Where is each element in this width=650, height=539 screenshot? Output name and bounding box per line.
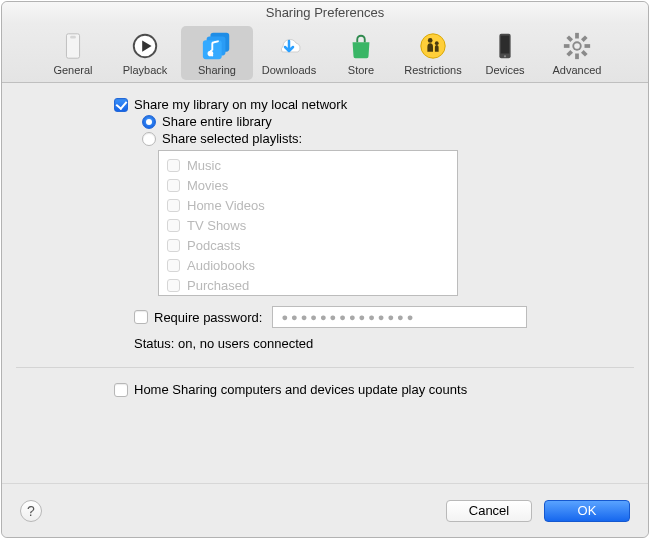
- toolbar-tab-sharing[interactable]: Sharing: [181, 26, 253, 80]
- devices-icon: [489, 30, 521, 62]
- preferences-window: Sharing Preferences General Playback: [1, 1, 649, 538]
- share-library-checkbox[interactable]: [114, 98, 128, 112]
- list-item: Audiobooks: [167, 255, 449, 275]
- update-play-counts-label: Home Sharing computers and devices updat…: [134, 382, 467, 397]
- svg-rect-20: [566, 50, 573, 57]
- svg-rect-16: [575, 54, 579, 60]
- svg-point-9: [428, 38, 433, 43]
- toolbar-tab-general[interactable]: General: [37, 26, 109, 80]
- list-item: Purchased: [167, 275, 449, 295]
- playlist-checkbox: [167, 179, 180, 192]
- store-icon: [345, 30, 377, 62]
- require-password-checkbox[interactable]: [134, 310, 148, 324]
- svg-point-8: [421, 34, 445, 58]
- svg-point-10: [435, 41, 439, 45]
- share-selected-radio[interactable]: [142, 132, 156, 146]
- advanced-icon: [561, 30, 593, 62]
- general-icon: [57, 30, 89, 62]
- toolbar-tab-advanced[interactable]: Advanced: [541, 26, 613, 80]
- svg-point-7: [208, 51, 214, 57]
- content-pane: Share my library on my local network Sha…: [2, 83, 648, 483]
- svg-rect-19: [581, 35, 588, 42]
- playback-icon: [129, 30, 161, 62]
- svg-rect-17: [564, 44, 570, 48]
- playlist-checkbox: [167, 199, 180, 212]
- list-item: Home Videos: [167, 195, 449, 215]
- svg-rect-1: [70, 36, 76, 39]
- share-library-label: Share my library on my local network: [134, 97, 347, 112]
- svg-point-13: [504, 55, 506, 57]
- svg-rect-22: [581, 50, 588, 57]
- toolbar: General Playback Sharing: [2, 24, 648, 83]
- toolbar-tab-restrictions[interactable]: Restrictions: [397, 26, 469, 80]
- cancel-button[interactable]: Cancel: [446, 500, 532, 522]
- svg-rect-12: [501, 36, 509, 54]
- footer: ? Cancel OK: [2, 483, 648, 537]
- list-item: Podcasts: [167, 235, 449, 255]
- playlist-checkbox: [167, 279, 180, 292]
- window-title: Sharing Preferences: [2, 2, 648, 24]
- playlist-checkbox: [167, 159, 180, 172]
- svg-point-23: [574, 43, 580, 49]
- playlist-listbox: Music Movies Home Videos TV Shows Podcas…: [158, 150, 458, 296]
- section-divider: [16, 367, 634, 368]
- status-row: Status: on, no users connected: [2, 336, 648, 351]
- svg-rect-18: [585, 44, 591, 48]
- help-button[interactable]: ?: [20, 500, 42, 522]
- list-item: Movies: [167, 175, 449, 195]
- share-selected-row: Share selected playlists:: [2, 131, 648, 146]
- toolbar-tab-playback[interactable]: Playback: [109, 26, 181, 80]
- restrictions-icon: [417, 30, 449, 62]
- share-selected-label: Share selected playlists:: [162, 131, 302, 146]
- share-entire-radio[interactable]: [142, 115, 156, 129]
- password-input[interactable]: ●●●●●●●●●●●●●●: [272, 306, 527, 328]
- share-entire-row: Share entire library: [2, 114, 648, 129]
- svg-rect-15: [575, 33, 579, 39]
- share-entire-label: Share entire library: [162, 114, 272, 129]
- require-password-row: Require password: ●●●●●●●●●●●●●●: [2, 306, 648, 328]
- ok-button[interactable]: OK: [544, 500, 630, 522]
- list-item: Music: [167, 155, 449, 175]
- list-item: TV Shows: [167, 215, 449, 235]
- toolbar-tab-devices[interactable]: Devices: [469, 26, 541, 80]
- home-sharing-row: Home Sharing computers and devices updat…: [2, 382, 648, 397]
- toolbar-tab-store[interactable]: Store: [325, 26, 397, 80]
- status-label: Status: on, no users connected: [134, 336, 313, 351]
- playlist-checkbox: [167, 239, 180, 252]
- playlist-checkbox: [167, 219, 180, 232]
- update-play-counts-checkbox[interactable]: [114, 383, 128, 397]
- require-password-label: Require password:: [154, 310, 262, 325]
- sharing-icon: [201, 30, 233, 62]
- playlist-checkbox: [167, 259, 180, 272]
- toolbar-tab-downloads[interactable]: Downloads: [253, 26, 325, 80]
- share-library-row: Share my library on my local network: [2, 97, 648, 112]
- svg-rect-21: [566, 35, 573, 42]
- downloads-icon: [273, 30, 305, 62]
